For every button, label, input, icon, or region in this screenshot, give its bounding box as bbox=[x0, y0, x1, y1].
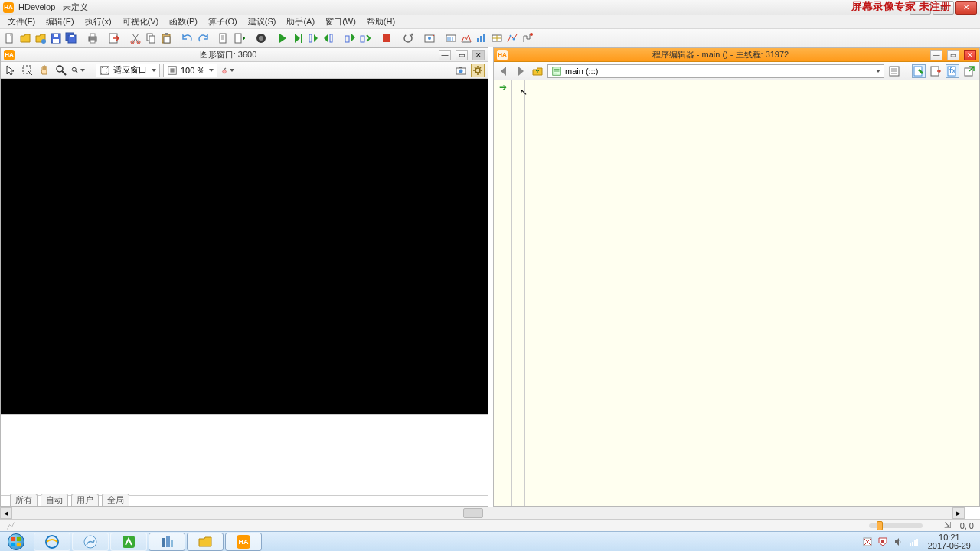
start-button[interactable] bbox=[0, 532, 32, 552]
menu-functions[interactable]: 函数(P) bbox=[165, 15, 202, 28]
pe-close-button[interactable]: ✕ bbox=[964, 50, 976, 60]
status-slider[interactable] bbox=[869, 523, 923, 528]
fit-mode-select[interactable]: 适应窗口 bbox=[96, 64, 160, 77]
horizontal-scrollbar[interactable]: ◂ ▸ bbox=[0, 507, 965, 519]
zoom-tool-button[interactable] bbox=[54, 64, 68, 77]
pe-list-button[interactable] bbox=[887, 64, 901, 78]
code-editor[interactable]: ➔ ↖ bbox=[494, 80, 979, 506]
pe-func-button[interactable]: fx bbox=[946, 64, 959, 78]
measure-3-button[interactable] bbox=[475, 31, 488, 45]
menu-operators[interactable]: 算子(O) bbox=[204, 15, 242, 28]
find-button[interactable] bbox=[217, 31, 231, 45]
scroll-left-button[interactable]: ◂ bbox=[0, 507, 12, 519]
task-explorer[interactable] bbox=[187, 533, 224, 551]
run-button[interactable] bbox=[276, 31, 289, 45]
step-forward-button[interactable] bbox=[358, 31, 372, 45]
undo-button[interactable] bbox=[181, 31, 194, 45]
step-into-button[interactable] bbox=[322, 31, 335, 45]
pe-maximize-button[interactable]: ▭ bbox=[947, 50, 959, 60]
gw-maximize-button[interactable]: ▭ bbox=[456, 50, 468, 60]
find-next-button[interactable] bbox=[233, 31, 247, 45]
measure-4-button[interactable] bbox=[490, 31, 504, 45]
gw-close-button[interactable]: ✕ bbox=[472, 50, 485, 60]
pe-insert-button[interactable] bbox=[929, 64, 942, 78]
image-acq-button[interactable] bbox=[423, 31, 436, 45]
procedure-path-select[interactable]: main (:::) bbox=[547, 64, 884, 78]
menu-assistant[interactable]: 助手(A) bbox=[282, 15, 319, 28]
reset-button[interactable] bbox=[401, 31, 415, 45]
program-editor-titlebar[interactable]: HA 程序编辑器 - main () - 主线程: 31972 — ▭ ✕ bbox=[494, 48, 979, 62]
tray-security-icon[interactable] bbox=[877, 536, 888, 547]
svg-point-29 bbox=[404, 34, 412, 42]
open-button[interactable] bbox=[18, 31, 32, 45]
save-all-button[interactable] bbox=[64, 31, 78, 45]
measure-1-button[interactable] bbox=[444, 31, 458, 45]
tab-user[interactable]: 用户 bbox=[71, 494, 99, 506]
svg-rect-18 bbox=[165, 33, 168, 35]
stop-button[interactable] bbox=[380, 31, 394, 45]
cut-button[interactable] bbox=[129, 31, 142, 45]
menu-suggest[interactable]: 建议(S) bbox=[243, 15, 281, 28]
graphics-window-titlebar[interactable]: HA 图形窗口: 3600 — ▭ ✕ bbox=[1, 48, 488, 62]
menu-window[interactable]: 窗口(W) bbox=[321, 15, 361, 28]
tray-network-icon[interactable] bbox=[908, 536, 919, 547]
measure-5-button[interactable] bbox=[505, 31, 519, 45]
zoom-dropdown-button[interactable] bbox=[71, 64, 85, 77]
menu-edit[interactable]: 编辑(E) bbox=[41, 15, 79, 28]
pe-minimize-button[interactable]: — bbox=[930, 50, 942, 60]
task-app2[interactable] bbox=[149, 533, 185, 551]
tab-global[interactable]: 全局 bbox=[102, 494, 129, 506]
svg-rect-69 bbox=[910, 543, 911, 546]
export-button[interactable] bbox=[107, 31, 121, 45]
slider-knob[interactable] bbox=[877, 521, 883, 530]
pointer-tool-button[interactable] bbox=[4, 64, 18, 77]
task-app1[interactable] bbox=[110, 533, 147, 551]
task-browser[interactable] bbox=[72, 533, 109, 551]
task-ie[interactable] bbox=[34, 533, 70, 551]
window-title: HDevelop - 未定义 bbox=[18, 2, 908, 13]
pan-tool-button[interactable] bbox=[38, 64, 51, 77]
camera-snap-button[interactable] bbox=[454, 64, 468, 77]
new-button[interactable] bbox=[3, 31, 17, 45]
tray-clock[interactable]: 10:21 2017-06-29 bbox=[923, 533, 975, 550]
assistant-button[interactable] bbox=[254, 31, 268, 45]
tray-flag-icon[interactable] bbox=[862, 536, 873, 547]
graphics-canvas[interactable] bbox=[1, 79, 488, 414]
menu-help[interactable]: 帮助(H) bbox=[362, 15, 400, 28]
nav-back-button[interactable] bbox=[497, 64, 511, 78]
nav-up-button[interactable] bbox=[531, 64, 544, 78]
editor-code-area[interactable] bbox=[528, 80, 979, 83]
tab-auto[interactable]: 自动 bbox=[41, 494, 68, 506]
paste-button[interactable] bbox=[159, 31, 173, 45]
clear-button[interactable] bbox=[220, 64, 234, 77]
pe-open-new-button[interactable] bbox=[962, 64, 976, 78]
menu-visualize[interactable]: 可视化(V) bbox=[118, 15, 164, 28]
nav-forward-button[interactable] bbox=[514, 64, 528, 78]
close-button[interactable]: ✕ bbox=[956, 1, 977, 15]
redo-button[interactable] bbox=[196, 31, 210, 45]
menubar: 文件(F) 编辑(E) 执行(x) 可视化(V) 函数(P) 算子(O) 建议(… bbox=[0, 15, 980, 29]
step-button[interactable] bbox=[291, 31, 305, 45]
scroll-track[interactable] bbox=[12, 507, 952, 519]
scroll-thumb[interactable] bbox=[463, 508, 483, 518]
task-hdevelop[interactable]: HA bbox=[225, 533, 262, 551]
gw-minimize-button[interactable]: — bbox=[439, 50, 451, 60]
select-tool-button[interactable] bbox=[21, 64, 34, 77]
step-over-button[interactable] bbox=[306, 31, 320, 45]
menu-execute[interactable]: 执行(x) bbox=[80, 15, 116, 28]
open-recent-button[interactable] bbox=[34, 31, 47, 45]
tab-all[interactable]: 所有 bbox=[10, 494, 38, 506]
pe-edit-button[interactable] bbox=[912, 64, 926, 78]
output-panel[interactable] bbox=[1, 414, 488, 495]
measure-6-button[interactable] bbox=[521, 31, 534, 45]
copy-button[interactable] bbox=[144, 31, 158, 45]
menu-file[interactable]: 文件(F) bbox=[3, 15, 40, 28]
zoom-level-select[interactable]: 100 % bbox=[163, 64, 217, 77]
scroll-right-button[interactable]: ▸ bbox=[952, 507, 965, 519]
save-button[interactable] bbox=[49, 31, 63, 45]
step-out-button[interactable] bbox=[343, 31, 357, 45]
tray-volume-icon[interactable] bbox=[893, 536, 903, 547]
measure-2-button[interactable] bbox=[459, 31, 473, 45]
print-button[interactable] bbox=[86, 31, 100, 45]
settings-gear-button[interactable] bbox=[471, 64, 485, 77]
